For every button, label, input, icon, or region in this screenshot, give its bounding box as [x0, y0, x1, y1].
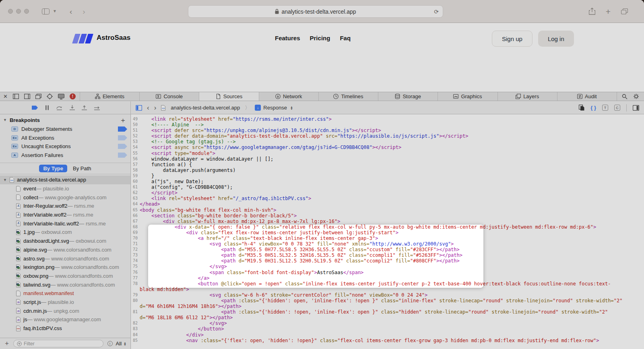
tab-sources[interactable]: Sources — [199, 92, 258, 101]
device-icon[interactable] — [58, 94, 64, 99]
tab-graphics[interactable]: Graphics — [438, 92, 497, 101]
add-resource-icon[interactable]: ＋ — [4, 339, 10, 348]
history-forward-icon[interactable]: › — [154, 104, 157, 111]
breadcrumb-resource[interactable]: ↓ Response ▲▼ — [255, 105, 293, 111]
disclosure-triangle-icon[interactable]: ▼ — [3, 178, 7, 182]
tree-item-intervariable-italic-woff2[interactable]: AInterVariable-Italic.woff2 — rsms.me — [0, 219, 130, 228]
type-profiler-icon[interactable]: T — [602, 105, 608, 111]
pause-icon[interactable] — [45, 105, 49, 110]
line-number[interactable]: 72 — [131, 247, 138, 252]
tab-storage[interactable]: Storage — [378, 92, 438, 101]
tree-item-cdn-min-js[interactable]: JScdn.min.js — unpkg.com — [0, 306, 130, 315]
tree-item-astro-svg[interactable]: astro.svg — www.colorsandfonts.com — [0, 254, 130, 263]
breakpoint-toggle-icon[interactable] — [118, 144, 127, 149]
line-number[interactable]: 55 — [131, 151, 138, 156]
line-number[interactable]: 69 — [131, 230, 138, 235]
line-number[interactable]: 51 — [131, 128, 138, 133]
history-back-icon[interactable]: ‹ — [147, 104, 149, 111]
line-number[interactable]: 68 — [131, 224, 138, 230]
address-bar[interactable]: analytics-test-delta.vercel.app ⟳ — [188, 5, 443, 18]
line-number[interactable]: 65 — [131, 207, 138, 213]
forward-button[interactable]: › — [83, 8, 85, 15]
breakpoint-debugger-statements[interactable]: DDebugger Statements — [0, 125, 130, 134]
new-tab-icon[interactable]: + — [606, 7, 611, 16]
tree-item-lexington-png[interactable]: lexington.png — www.colorsandfonts.com — [0, 263, 130, 272]
tree-item-manifest-webmanifest[interactable]: manifest.webmanifest — [0, 289, 130, 298]
line-number[interactable]: 73 — [131, 252, 138, 258]
tab-elements[interactable]: Elements — [80, 92, 139, 101]
breakpoint-uncaught-exceptions[interactable]: ExUncaught Exceptions — [0, 142, 130, 151]
nav-link-features[interactable]: Features — [275, 35, 300, 41]
breakpoint-toggle-icon[interactable] — [118, 135, 127, 140]
code-coverage-icon[interactable]: C — [614, 105, 620, 111]
tree-item-js[interactable]: JSjs — www.googletagmanager.com — [0, 315, 130, 324]
back-button[interactable]: ‹ — [70, 8, 72, 15]
resource-stepper[interactable]: ▲▼ — [290, 106, 293, 110]
line-number[interactable]: 70 — [131, 235, 138, 241]
tab-timelines[interactable]: Timelines — [318, 92, 378, 101]
tree-item-1-jpg[interactable]: 1.jpg — oxbowui.com — [0, 228, 130, 237]
tab-overview-icon[interactable] — [621, 8, 628, 14]
tree-item-root[interactable]: ▼<>analytics-test-delta.vercel.app — [0, 176, 130, 184]
breakpoint-toggle-icon[interactable] — [118, 153, 127, 158]
undock-icon[interactable] — [35, 94, 41, 99]
breakpoint-toggle-icon[interactable] — [118, 126, 127, 132]
line-number[interactable]: 84 — [131, 332, 138, 338]
source-code-editor[interactable]: 49 <link rel="stylesheet" href="https://… — [131, 114, 644, 349]
line-number[interactable]: 62 — [131, 190, 138, 196]
login-button[interactable]: Log in — [538, 31, 574, 47]
dock-bottom-icon[interactable] — [24, 94, 30, 99]
errors-filter-icon[interactable]: ! — [107, 341, 113, 346]
line-number[interactable]: 81 — [131, 309, 138, 315]
breakpoint-all-exceptions[interactable]: ExAll Exceptions — [0, 134, 130, 142]
reload-icon[interactable]: ⟳ — [434, 8, 439, 15]
element-picker-icon[interactable] — [47, 93, 53, 99]
step-out-icon[interactable] — [82, 105, 87, 110]
line-number[interactable]: 56 — [131, 156, 138, 162]
by-type-tab[interactable]: By Type — [39, 165, 67, 172]
line-number[interactable]: 67 — [131, 219, 138, 224]
by-path-tab[interactable]: By Path — [73, 165, 91, 171]
tree-item-oxbow-png[interactable]: oxbow.png — www.colorsandfonts.com — [0, 272, 130, 281]
sidebar-toggle-icon[interactable] — [42, 8, 50, 14]
step-next-icon[interactable] — [94, 105, 100, 110]
traffic-light-close[interactable] — [8, 9, 13, 14]
dock-side-icon[interactable] — [13, 94, 19, 99]
line-number[interactable]: 58 — [131, 167, 138, 173]
breadcrumb-site[interactable]: <> analytics-test-delta.vercel.app — [161, 105, 240, 111]
breakpoint-assertion-failures[interactable]: AAssertion Failures — [0, 151, 130, 160]
tab-audit[interactable]: Audit — [557, 92, 617, 101]
copy-resource-icon[interactable] — [579, 105, 584, 111]
tree-item-alpine-svg[interactable]: alpine.svg — www.colorsandfonts.com — [0, 246, 130, 254]
line-number[interactable]: 77 — [131, 275, 138, 281]
details-sidebar-icon[interactable] — [633, 105, 639, 111]
breakpoints-enable-icon[interactable] — [31, 105, 38, 110]
tree-item-intervariable-woff2[interactable]: AInterVariable.woff2 — rsms.me — [0, 211, 130, 219]
traffic-light-minimize[interactable] — [16, 9, 21, 14]
line-number[interactable]: 50 — [131, 122, 138, 128]
line-number[interactable]: 79 — [131, 292, 138, 298]
tree-item-event[interactable]: event — plausible.io — [0, 184, 130, 193]
astrosaas-logo-icon[interactable] — [74, 34, 92, 43]
line-number[interactable]: 64 — [131, 201, 138, 207]
breakpoints-header[interactable]: ▼ Breakpoints ＋ — [0, 114, 130, 125]
line-number[interactable] — [131, 304, 138, 309]
line-number[interactable]: 74 — [131, 258, 138, 264]
line-number[interactable] — [131, 287, 138, 292]
signup-button[interactable]: Sign up — [492, 31, 533, 47]
tree-item-dashboardlight-svg[interactable]: dashboardLight.svg — oxbowui.com — [0, 237, 130, 246]
tree-item-faq-ih1ctbpv-css[interactable]: cssfaq.ih1ctbPV.css — [0, 324, 130, 333]
line-number[interactable]: 57 — [131, 162, 138, 167]
disclosure-triangle-icon[interactable]: ▼ — [3, 118, 7, 122]
tab-network[interactable]: Network — [259, 92, 318, 101]
line-number[interactable]: 75 — [131, 264, 138, 269]
nav-link-faq[interactable]: Faq — [340, 35, 351, 41]
line-number[interactable]: 78 — [131, 281, 138, 287]
line-number[interactable]: 66 — [131, 213, 138, 219]
line-number[interactable]: 71 — [131, 241, 138, 247]
search-icon[interactable] — [622, 94, 627, 99]
scope-select[interactable]: All ▲▼ — [116, 341, 126, 347]
tree-item-inter-regular-woff2[interactable]: AInter-Regular.woff2 — rsms.me — [0, 202, 130, 211]
tree-item-tailwind-svg[interactable]: tailwind.svg — www.colorsandfonts.com — [0, 280, 130, 289]
step-into-icon[interactable] — [70, 105, 75, 110]
